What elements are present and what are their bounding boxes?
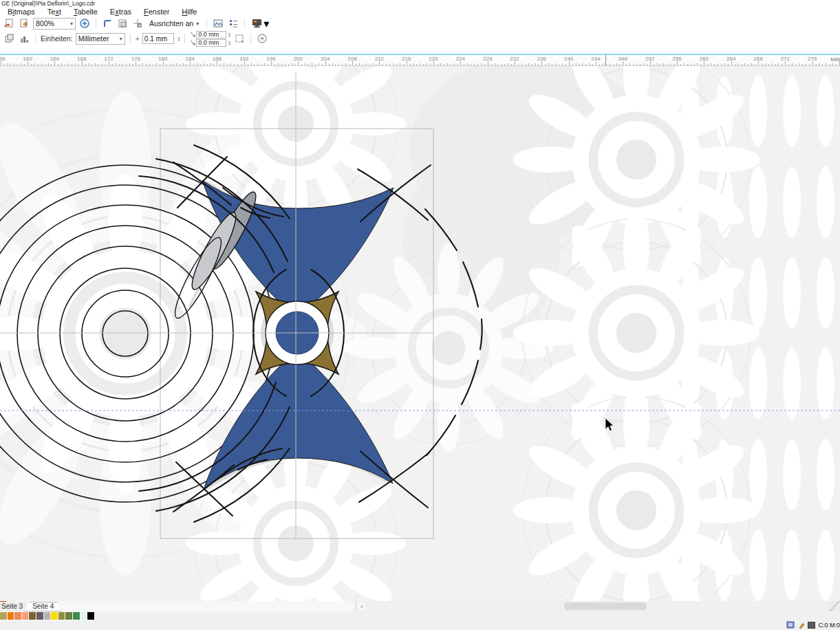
background-watermark	[0, 66, 840, 601]
snap-options-button[interactable]	[131, 17, 144, 30]
import-button[interactable]	[3, 17, 15, 30]
ruler-subtick	[186, 64, 187, 65]
ruler-subtick	[451, 64, 451, 65]
drawing-canvas[interactable]	[0, 66, 840, 601]
menu-tabelle[interactable]: Tabelle	[67, 7, 104, 17]
show-properties-button[interactable]	[18, 32, 30, 45]
ruler-subtick	[559, 64, 559, 65]
page-tab-strip[interactable]: Seite 3Seite 4	[0, 601, 356, 611]
color-swatch[interactable]	[8, 612, 14, 620]
ruler-tick	[826, 63, 826, 65]
ruler-tick	[582, 63, 583, 65]
ruler-tick	[751, 63, 752, 65]
menu-bar: BitmapsTextTabelleExtrasFensterHilfe	[0, 7, 840, 17]
launch-application-button[interactable]: ▾	[250, 17, 270, 30]
ruler-subtick	[836, 64, 837, 65]
ruler-tick	[528, 63, 529, 65]
duplicate-y-value: 0.0 mm	[198, 39, 219, 46]
color-swatch[interactable]	[73, 612, 80, 620]
color-swatch[interactable]	[58, 612, 65, 620]
ruler-number: 268	[753, 56, 762, 62]
menu-extras[interactable]: Extras	[104, 7, 138, 17]
ruler-tick	[663, 63, 664, 65]
ruler-tick	[589, 63, 590, 65]
zoom-tool-button[interactable]	[78, 17, 91, 30]
ruler-subtick	[112, 64, 113, 65]
ruler-subtick	[585, 64, 586, 65]
duplicate-x-spinner[interactable]: ▴▾	[228, 32, 230, 37]
horizontal-scrollbar-thumb[interactable]	[564, 602, 647, 610]
image-icon	[213, 18, 224, 29]
snap-to-label: Ausrichten an	[149, 19, 193, 28]
units-combobox[interactable]: Millimeter ▾	[76, 33, 125, 45]
ruler-subtick	[308, 64, 309, 65]
menu-text[interactable]: Text	[41, 7, 67, 17]
ruler-subtick	[802, 64, 803, 65]
toolbar-gap	[0, 47, 840, 54]
ruler-subtick	[274, 64, 275, 65]
ruler-number: 264	[726, 56, 735, 62]
ruler-tick	[447, 63, 448, 65]
document-options-button[interactable]	[227, 17, 239, 30]
chevron-down-icon: ▾	[196, 21, 199, 27]
ruler-subtick	[430, 64, 431, 65]
add-button[interactable]	[256, 32, 268, 45]
toolbar-separator	[184, 34, 185, 43]
pen-nib-icon	[190, 32, 195, 37]
ruler-number: 260	[700, 56, 709, 62]
color-swatch[interactable]	[22, 612, 29, 620]
ruler-subtick	[633, 64, 634, 65]
color-swatch[interactable]	[87, 612, 94, 620]
color-swatch[interactable]	[80, 612, 87, 620]
ruler-tick	[278, 63, 279, 65]
page-tab-seite-4[interactable]: Seite 4	[24, 602, 62, 611]
ruler-subtick	[180, 64, 180, 65]
duplicate-y-field[interactable]: 0.0 mm	[196, 39, 226, 47]
duplicate-x-field[interactable]: 0.0 mm	[196, 31, 226, 39]
ruler-subtick	[132, 64, 133, 65]
show-page-border-button[interactable]	[116, 17, 129, 30]
menu-bitmaps[interactable]: Bitmaps	[1, 7, 41, 17]
color-swatch[interactable]	[65, 612, 72, 620]
color-swatch[interactable]	[29, 612, 36, 620]
options-dialog-button[interactable]	[212, 17, 224, 30]
ruler-subtick	[423, 64, 424, 65]
duplicate-distance-group: 0.0 mm ▴▾ 0.0 mm ▴▾	[190, 31, 230, 47]
fill-color-icon	[786, 621, 795, 629]
duplicate-y-spinner[interactable]: ▴▾	[228, 40, 230, 45]
nudge-spinner[interactable]: ▴▾	[178, 36, 180, 41]
zoom-level-combobox[interactable]: 800% ▾	[33, 18, 76, 30]
ruler-tick	[832, 63, 833, 65]
ruler-tick	[616, 63, 617, 65]
pen-nib-icon	[190, 40, 195, 45]
nudge-distance-field[interactable]: 0.1 mm	[142, 33, 174, 44]
menu-fenster[interactable]: Fenster	[138, 7, 175, 17]
color-swatch[interactable]	[36, 612, 43, 620]
color-swatch[interactable]	[51, 612, 58, 620]
horizontal-ruler[interactable]: Milli 1561601641681721761801841881921962…	[0, 55, 840, 66]
select-all-button[interactable]	[233, 32, 246, 45]
menu-hilfe[interactable]: Hilfe	[175, 7, 203, 17]
ruler-tick	[285, 63, 286, 65]
ruler-number: 240	[564, 56, 573, 62]
export-button[interactable]	[18, 17, 30, 30]
treat-as-filled-button[interactable]	[3, 32, 15, 45]
horizontal-scrollbar[interactable]	[368, 602, 828, 611]
drawing-area[interactable]	[0, 66, 840, 601]
color-swatch[interactable]	[14, 612, 21, 620]
snap-to-button[interactable]: Ausrichten an ▾	[147, 17, 202, 30]
ruler-tick	[454, 63, 455, 65]
resize-grip[interactable]	[829, 601, 840, 611]
ruler-subtick	[146, 64, 147, 65]
ruler-subtick	[294, 64, 295, 65]
ruler-number: 276	[808, 56, 817, 62]
ruler-tick	[799, 63, 799, 65]
ruler-number: 160	[23, 56, 32, 62]
corner-settings-button[interactable]	[101, 17, 114, 30]
color-swatch[interactable]	[44, 612, 51, 620]
scroll-left-button[interactable]: ‹	[357, 602, 367, 611]
ruler-subtick	[349, 64, 349, 65]
ruler-tick	[508, 63, 508, 65]
ruler-subtick	[437, 64, 438, 65]
color-swatch[interactable]	[0, 612, 7, 620]
